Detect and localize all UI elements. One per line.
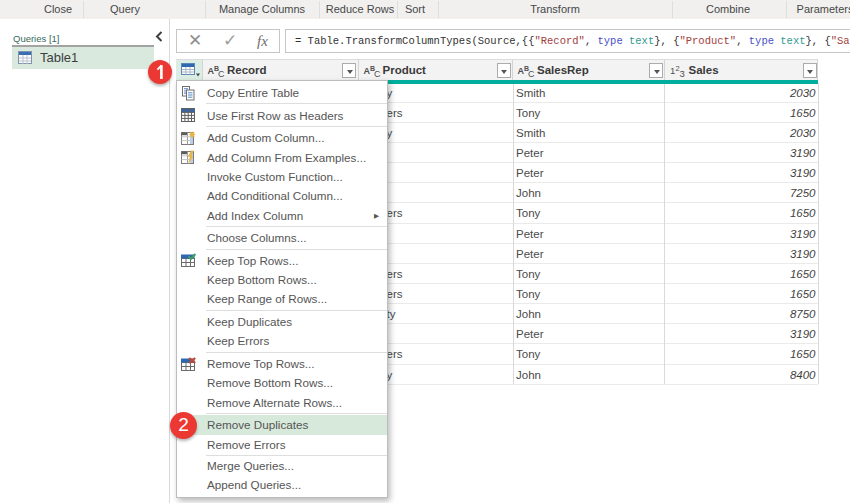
svg-text:C: C <box>374 69 381 78</box>
svg-text:1: 1 <box>670 65 675 76</box>
svg-text:C: C <box>528 69 535 78</box>
svg-text:3: 3 <box>679 68 684 78</box>
svg-text:C: C <box>218 69 225 78</box>
